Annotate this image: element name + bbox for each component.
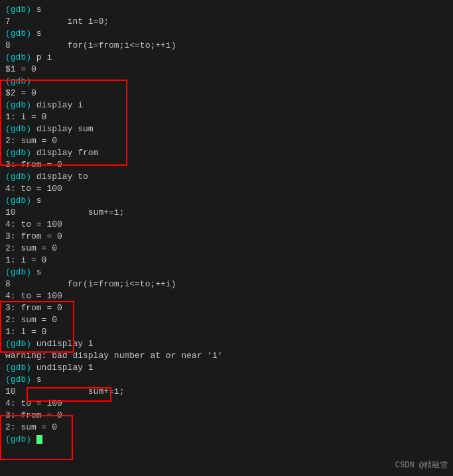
line-23: (gdb) s <box>5 267 448 278</box>
line-17: (gdb) s <box>5 195 448 207</box>
terminal-window: (gdb) s 7 int i=0; (gdb) s 8 for(i=from;… <box>0 0 453 476</box>
line-6: $1 = 0 <box>5 64 448 76</box>
line-3: (gdb) s <box>5 28 448 40</box>
highlight-box-display-commands <box>0 80 127 166</box>
watermark: CSDN @精融雪 <box>395 459 448 471</box>
line-2: 7 int i=0; <box>5 16 448 28</box>
line-22: 1: i = 0 <box>5 255 448 267</box>
line-31: (gdb) undisplay 1 <box>5 362 448 374</box>
highlight-box-undisplay-1 <box>27 387 111 402</box>
highlight-box-to-from-sum-i <box>0 301 74 353</box>
line-4: 8 for(i=from;i<=to;++i) <box>5 40 448 52</box>
line-1: (gdb) s <box>5 4 448 16</box>
line-20: 3: from = 0 <box>5 231 448 243</box>
line-19: 4: to = 100 <box>5 219 448 231</box>
line-32: (gdb) s <box>5 374 448 386</box>
line-5: (gdb) p i <box>5 52 448 64</box>
line-15: (gdb) display to <box>5 171 448 183</box>
highlight-box-to-100-from-sum <box>0 415 73 460</box>
line-18: 10 sum+=i; <box>5 207 448 219</box>
line-16: 4: to = 100 <box>5 183 448 195</box>
line-21: 2: sum = 0 <box>5 243 448 255</box>
line-24: 8 for(i=from;i<=to;++i) <box>5 278 448 290</box>
